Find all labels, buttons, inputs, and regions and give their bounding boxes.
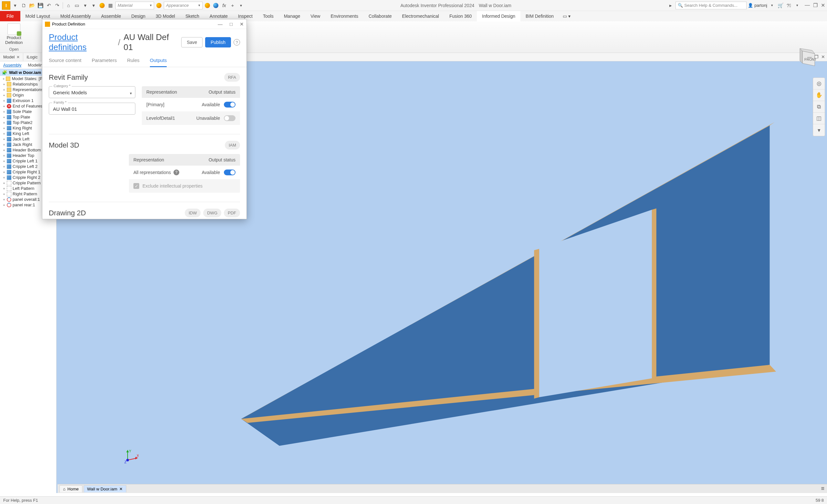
- status-unavailable: Unavailable: [196, 115, 220, 121]
- browser-tab-model[interactable]: Model✕: [0, 53, 23, 61]
- svg-marker-3: [534, 210, 652, 397]
- dialog-help-icon[interactable]: ?: [234, 39, 240, 46]
- svg-text:Y: Y: [129, 449, 132, 453]
- material-combo[interactable]: Material▾: [115, 2, 154, 9]
- color-ball2-icon[interactable]: [212, 2, 220, 9]
- open-icon[interactable]: 📂: [29, 2, 36, 9]
- dialog-maximize-icon[interactable]: □: [230, 21, 233, 27]
- qat-dropdown-icon[interactable]: ▾: [237, 2, 245, 9]
- browser-tab-ilogic[interactable]: iLogic: [23, 53, 41, 61]
- drawing-2d-heading: Drawing 2D: [49, 209, 86, 217]
- inventor-logo-icon: I: [2, 1, 10, 10]
- pan-icon[interactable]: ✋: [813, 90, 825, 101]
- look-at-icon[interactable]: ◫: [813, 113, 825, 124]
- color-ball1-icon[interactable]: [204, 2, 211, 9]
- file-tab[interactable]: File: [0, 11, 20, 21]
- doc-tab-wall[interactable]: Wall w Door.iam✕: [84, 485, 126, 492]
- rfa-badge: RFA: [224, 73, 240, 82]
- dialog-tab-rules[interactable]: Rules: [127, 57, 139, 67]
- close-icon[interactable]: ✕: [821, 2, 825, 8]
- save-icon[interactable]: 💾: [37, 2, 44, 9]
- mdi-minimize-icon[interactable]: —: [807, 54, 812, 59]
- plus-icon[interactable]: +: [229, 2, 236, 9]
- restore-icon[interactable]: ❐: [813, 2, 818, 8]
- tab-environments[interactable]: Environments: [325, 11, 363, 21]
- product-definition-icon: [7, 23, 20, 35]
- close-tab-icon[interactable]: ✕: [16, 55, 20, 59]
- checker-icon[interactable]: ▦: [107, 2, 114, 9]
- user-menu[interactable]: 👤partonj: [748, 3, 767, 8]
- dialog-tab-source-content[interactable]: Source content: [49, 57, 82, 67]
- panel-group-label: Open: [9, 47, 18, 53]
- pdf-badge: PDF: [224, 209, 240, 217]
- family-input[interactable]: Family * AU Wall 01: [49, 103, 135, 115]
- category-select[interactable]: Category * Generic Models ▾: [49, 86, 135, 98]
- undo-icon[interactable]: ↶: [45, 2, 52, 9]
- team-icon[interactable]: ▭: [73, 2, 81, 9]
- orbit-icon[interactable]: ◎: [813, 78, 825, 90]
- tab-electromechanical[interactable]: Electromechanical: [397, 11, 444, 21]
- info-icon[interactable]: ?: [174, 169, 179, 175]
- tab-manage[interactable]: Manage: [279, 11, 306, 21]
- appearance-ball-icon[interactable]: [155, 2, 162, 9]
- new-file-icon[interactable]: 🗋: [20, 2, 27, 9]
- svg-text:X: X: [137, 454, 139, 457]
- doc-tab-home[interactable]: ⌂Home: [59, 485, 82, 492]
- link-icon[interactable]: ▾: [90, 2, 97, 9]
- dwg-badge: DWG: [203, 209, 221, 217]
- exclude-ip-checkbox[interactable]: ✓: [134, 183, 139, 189]
- toggle-primary[interactable]: [224, 102, 236, 107]
- new-icon[interactable]: ▾: [12, 2, 19, 9]
- col-output-status: Output status: [209, 90, 236, 95]
- rep-primary: [Primary]: [146, 102, 164, 107]
- tab-informed-design[interactable]: Informed Design: [477, 11, 521, 21]
- home-icon[interactable]: ⌂: [65, 2, 72, 9]
- toggle-all-reps[interactable]: [224, 169, 236, 175]
- m3d-status: Available: [202, 170, 220, 175]
- dialog-close-icon[interactable]: ✕: [240, 21, 244, 27]
- m3d-col-status: Output status: [209, 157, 236, 162]
- user-dropdown-icon[interactable]: ▾: [769, 2, 776, 9]
- tab-tools[interactable]: Tools: [258, 11, 279, 21]
- nav-more-icon[interactable]: ▾: [813, 124, 825, 136]
- zoom-window-icon[interactable]: ⧉: [813, 101, 825, 113]
- viewcube[interactable]: FRONT: [796, 48, 819, 71]
- breadcrumb-link[interactable]: Product definitions: [49, 32, 115, 52]
- toggle-lod1[interactable]: [224, 115, 236, 121]
- mdi-restore-icon[interactable]: ❐: [814, 54, 819, 59]
- fx-icon[interactable]: fx: [221, 2, 228, 9]
- tab-view[interactable]: View: [305, 11, 325, 21]
- model-3d-heading: Model 3D: [49, 141, 79, 150]
- appearance-combo[interactable]: Appearance▾: [164, 2, 202, 9]
- doc-tab-close-icon[interactable]: ✕: [119, 487, 123, 491]
- tab-fusion-360[interactable]: Fusion 360: [444, 11, 477, 21]
- minimize-icon[interactable]: —: [805, 2, 810, 8]
- chevron-down-icon: ▾: [130, 91, 132, 96]
- redo-icon[interactable]: ↷: [54, 2, 61, 9]
- tab-collaborate[interactable]: Collaborate: [363, 11, 397, 21]
- cart-icon[interactable]: 🛒: [777, 2, 784, 9]
- help-icon[interactable]: ?⃝: [785, 2, 792, 9]
- svg-point-12: [126, 459, 129, 461]
- svg-text:Z: Z: [125, 460, 127, 463]
- doc-tabs-menu-icon[interactable]: ≡: [821, 485, 824, 492]
- breadcrumb-sep: /: [118, 38, 120, 47]
- search-chevron-icon[interactable]: ▸: [667, 2, 674, 9]
- idw-badge: IDW: [185, 209, 201, 217]
- dialog-tab-outputs[interactable]: Outputs: [150, 57, 167, 67]
- svg-marker-16: [800, 48, 802, 63]
- search-input[interactable]: 🔍Search Help & Commands...: [676, 2, 746, 9]
- help-dropdown-icon[interactable]: ▾: [794, 2, 801, 9]
- product-definition-button[interactable]: ProductDefinition Open: [0, 21, 28, 53]
- dialog-tab-parameters[interactable]: Parameters: [92, 57, 117, 67]
- tab-bim-definition[interactable]: BIM Definition: [521, 11, 559, 21]
- publish-button[interactable]: Publish: [205, 37, 231, 47]
- browser-subtab-assembly[interactable]: Assembly: [0, 61, 25, 69]
- sphere-icon[interactable]: [99, 2, 106, 9]
- mdi-close-icon[interactable]: ✕: [821, 54, 825, 59]
- svg-marker-5: [534, 249, 539, 399]
- save-button[interactable]: Save: [181, 37, 202, 47]
- ribbon-extra-icon[interactable]: ▭ ▾: [560, 11, 573, 21]
- projects-icon[interactable]: ▾: [82, 2, 89, 9]
- dialog-minimize-icon[interactable]: —: [218, 21, 223, 27]
